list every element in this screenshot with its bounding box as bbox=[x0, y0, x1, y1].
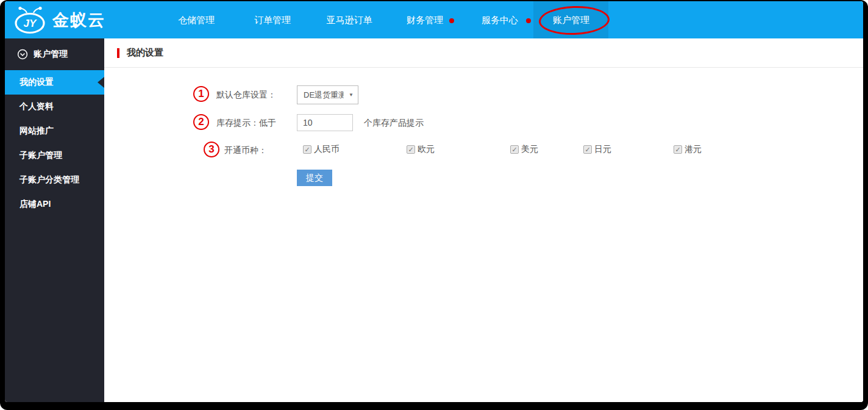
checkbox-checked-icon: ✓ bbox=[510, 145, 519, 154]
currency-label: 日元 bbox=[594, 144, 611, 155]
currencies-label: 开通币种： bbox=[224, 145, 267, 156]
currency-label: 美元 bbox=[521, 144, 538, 155]
annotation-circle-1: 1 bbox=[193, 86, 209, 102]
brand-logo[interactable]: JY 金蚁云 bbox=[13, 6, 105, 34]
brand-name: 金蚁云 bbox=[52, 9, 105, 31]
chevron-circle-icon bbox=[17, 49, 28, 60]
sidebar-item-label: 个人资料 bbox=[20, 101, 54, 112]
sidebar-item-subaccount[interactable]: 子账户管理 bbox=[5, 143, 104, 168]
title-accent-bar bbox=[117, 48, 119, 58]
default-warehouse-label: 默认仓库设置： bbox=[216, 90, 276, 101]
app-window: JY 金蚁云 仓储管理 订单管理 亚马逊订单 财务管理 服务中心 账户管理 bbox=[5, 1, 863, 402]
currency-checkbox-eur[interactable]: ✓ 欧元 bbox=[407, 144, 435, 155]
checkbox-checked-icon: ✓ bbox=[407, 145, 415, 154]
stock-alert-label: 库存提示：低于 bbox=[216, 118, 276, 129]
notification-dot-service bbox=[526, 18, 531, 23]
nav-item-warehouse[interactable]: 仓储管理 bbox=[178, 1, 215, 38]
checkbox-checked-icon: ✓ bbox=[583, 145, 592, 154]
currency-checkbox-hkd[interactable]: ✓ 港元 bbox=[674, 144, 702, 155]
currency-checkbox-usd[interactable]: ✓ 美元 bbox=[510, 144, 538, 155]
page-title: 我的设置 bbox=[127, 47, 163, 59]
currency-checkbox-cny[interactable]: ✓ 人民币 bbox=[303, 144, 340, 155]
sidebar: 账户管理 我的设置 个人资料 网站推广 子账户管理 bbox=[5, 38, 104, 402]
notification-dot-finance bbox=[449, 18, 454, 23]
sidebar-item-label: 网站推广 bbox=[20, 126, 54, 137]
stock-alert-suffix: 个库存产品提示 bbox=[364, 118, 424, 129]
sidebar-item-label: 子账户分类管理 bbox=[20, 174, 79, 185]
stock-threshold-input[interactable] bbox=[297, 114, 353, 131]
active-item-notch bbox=[98, 77, 104, 88]
checkbox-checked-icon: ✓ bbox=[303, 145, 311, 154]
nav-item-orders[interactable]: 订单管理 bbox=[254, 1, 291, 38]
checkbox-checked-icon: ✓ bbox=[674, 145, 682, 154]
sidebar-item-site-promotion[interactable]: 网站推广 bbox=[5, 119, 104, 143]
ant-logo-icon: JY bbox=[13, 6, 48, 34]
sidebar-header-label: 账户管理 bbox=[34, 49, 68, 60]
submit-button[interactable]: 提交 bbox=[297, 170, 332, 186]
currency-label: 人民币 bbox=[314, 144, 340, 155]
nav-item-service-center[interactable]: 服务中心 bbox=[482, 1, 518, 38]
sidebar-menu: 我的设置 个人资料 网站推广 子账户管理 子账户分类管理 bbox=[5, 70, 104, 217]
sidebar-item-label: 子账户管理 bbox=[20, 150, 62, 161]
sidebar-item-label: 我的设置 bbox=[20, 77, 54, 88]
currency-label: 港元 bbox=[685, 144, 702, 155]
currency-label: 欧元 bbox=[418, 144, 435, 155]
sidebar-item-profile[interactable]: 个人资料 bbox=[5, 95, 104, 119]
top-navbar: JY 金蚁云 仓储管理 订单管理 亚马逊订单 财务管理 服务中心 账户管理 bbox=[5, 1, 863, 38]
main-content: 我的设置 1 默认仓库设置： DE退货重测 ▼ 2 库存提示：低于 个库存产品提… bbox=[104, 38, 863, 402]
page-header: 我的设置 bbox=[104, 38, 863, 68]
sidebar-item-subaccount-category[interactable]: 子账户分类管理 bbox=[5, 168, 104, 192]
window-frame: JY 金蚁云 仓储管理 订单管理 亚马逊订单 财务管理 服务中心 账户管理 bbox=[0, 0, 868, 410]
currency-checkbox-jpy[interactable]: ✓ 日元 bbox=[583, 144, 611, 155]
annotation-circle-3: 3 bbox=[204, 142, 219, 157]
nav-item-amazon-orders[interactable]: 亚马逊订单 bbox=[327, 1, 372, 38]
nav-item-account[interactable]: 账户管理 bbox=[553, 1, 589, 38]
annotation-circle-2: 2 bbox=[193, 114, 209, 130]
default-warehouse-select[interactable]: DE退货重测 ▼ bbox=[297, 85, 358, 104]
select-value: DE退货重测 bbox=[304, 90, 344, 101]
chevron-down-icon: ▼ bbox=[349, 92, 354, 98]
body-row: 账户管理 我的设置 个人资料 网站推广 子账户管理 bbox=[5, 38, 863, 402]
sidebar-header-account[interactable]: 账户管理 bbox=[5, 38, 104, 70]
sidebar-item-shop-api[interactable]: 店铺API bbox=[5, 192, 104, 217]
sidebar-item-my-settings[interactable]: 我的设置 bbox=[5, 70, 104, 95]
settings-form: 1 默认仓库设置： DE退货重测 ▼ 2 库存提示：低于 个库存产品提示 3 开… bbox=[104, 85, 863, 207]
sidebar-item-label: 店铺API bbox=[20, 199, 51, 210]
nav-item-finance[interactable]: 财务管理 bbox=[407, 1, 443, 38]
svg-text:JY: JY bbox=[24, 18, 37, 29]
